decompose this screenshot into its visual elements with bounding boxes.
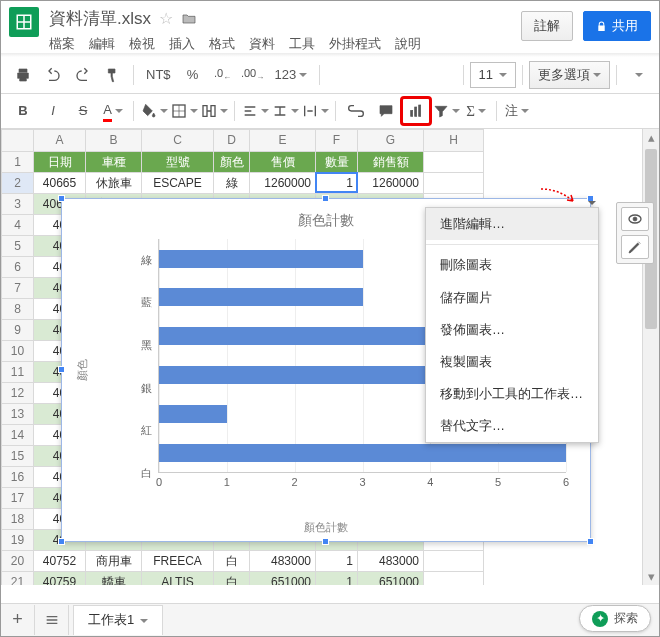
row-header-16[interactable]: 16 — [2, 467, 34, 488]
header-cell[interactable]: 銷售額 — [358, 152, 424, 173]
row-header-12[interactable]: 12 — [2, 383, 34, 404]
menu-6[interactable]: 工具 — [289, 35, 315, 53]
folder-icon[interactable] — [181, 11, 197, 27]
col-header-D[interactable]: D — [214, 130, 250, 152]
row-header-1[interactable]: 1 — [2, 152, 34, 173]
scroll-up-icon[interactable]: ▴ — [643, 129, 659, 146]
undo-icon[interactable] — [39, 62, 67, 88]
menu-5[interactable]: 資料 — [249, 35, 275, 53]
header-cell[interactable]: 顏色 — [214, 152, 250, 173]
cell[interactable]: ALTIS — [142, 572, 214, 586]
header-cell[interactable]: 售價 — [250, 152, 316, 173]
row-header-5[interactable]: 5 — [2, 236, 34, 257]
functions-button[interactable]: Σ — [462, 98, 490, 124]
redo-icon[interactable] — [69, 62, 97, 88]
col-header-C[interactable]: C — [142, 130, 214, 152]
text-color-button[interactable]: A — [99, 98, 127, 124]
row-header-7[interactable]: 7 — [2, 278, 34, 299]
paint-format-icon[interactable] — [99, 62, 127, 88]
col-header-F[interactable]: F — [316, 130, 358, 152]
cell[interactable]: 綠 — [214, 173, 250, 194]
star-icon[interactable]: ☆ — [159, 8, 173, 30]
row-header-14[interactable]: 14 — [2, 425, 34, 446]
add-sheet-button[interactable]: + — [1, 605, 35, 635]
cell[interactable]: 651000 — [250, 572, 316, 586]
insert-chart-button[interactable] — [402, 98, 430, 124]
row-header-18[interactable]: 18 — [2, 509, 34, 530]
cell[interactable]: 483000 — [250, 551, 316, 572]
menu-4[interactable]: 格式 — [209, 35, 235, 53]
explore-button[interactable]: ✦ 探索 — [579, 605, 651, 632]
row-header-21[interactable]: 21 — [2, 572, 34, 586]
cell[interactable]: 商用車 — [86, 551, 142, 572]
header-cell[interactable]: 車種 — [86, 152, 142, 173]
share-button[interactable]: 共用 — [583, 11, 651, 41]
font-size-select[interactable]: 11 — [470, 62, 516, 88]
row-header-15[interactable]: 15 — [2, 446, 34, 467]
row-header-9[interactable]: 9 — [2, 320, 34, 341]
menu-item[interactable]: 複製圖表 — [426, 346, 598, 378]
cell[interactable]: 40752 — [34, 551, 86, 572]
cell[interactable]: 1 — [316, 572, 358, 586]
menu-item[interactable]: 儲存圖片 — [426, 282, 598, 314]
menu-item[interactable]: 刪除圖表 — [426, 249, 598, 281]
strike-button[interactable]: S — [69, 98, 97, 124]
sheet-tab[interactable]: 工作表1 — [73, 605, 163, 634]
menu-7[interactable]: 外掛程式 — [329, 35, 381, 53]
row-header-2[interactable]: 2 — [2, 173, 34, 194]
cell[interactable]: 1260000 — [250, 173, 316, 194]
percent-button[interactable]: % — [179, 62, 207, 88]
cell[interactable]: ESCAPE — [142, 173, 214, 194]
increase-decimals-button[interactable]: .00→ — [239, 62, 267, 88]
document-title[interactable]: 資料清單.xlsx — [49, 7, 151, 31]
cell[interactable]: 483000 — [358, 551, 424, 572]
col-header-E[interactable]: E — [250, 130, 316, 152]
menu-0[interactable]: 檔案 — [49, 35, 75, 53]
col-header-H[interactable]: H — [424, 130, 484, 152]
number-format-dropdown[interactable]: 123 — [269, 62, 314, 88]
row-header-11[interactable]: 11 — [2, 362, 34, 383]
row-header-8[interactable]: 8 — [2, 299, 34, 320]
toolbar-overflow[interactable] — [623, 62, 651, 88]
col-header-B[interactable]: B — [86, 130, 142, 152]
cell[interactable]: 白 — [214, 572, 250, 586]
spreadsheet-grid[interactable]: ABCDEFGH1日期車種型號顏色售價數量銷售額240665休旅車ESCAPE綠… — [1, 129, 659, 585]
menu-item[interactable]: 替代文字… — [426, 410, 598, 442]
wrap-button[interactable] — [301, 98, 329, 124]
note-button[interactable]: 注 — [503, 98, 531, 124]
menu-item[interactable]: 發佈圖表… — [426, 314, 598, 346]
vertical-scrollbar[interactable]: ▴ ▾ — [642, 129, 659, 585]
chart-edit-icon[interactable] — [621, 235, 649, 259]
italic-button[interactable]: I — [39, 98, 67, 124]
row-header-6[interactable]: 6 — [2, 257, 34, 278]
menu-3[interactable]: 插入 — [169, 35, 195, 53]
sheets-logo[interactable] — [9, 7, 39, 37]
link-button[interactable] — [342, 98, 370, 124]
header-cell[interactable]: 數量 — [316, 152, 358, 173]
cell[interactable]: 1 — [316, 551, 358, 572]
cell[interactable]: FREECA — [142, 551, 214, 572]
scroll-down-icon[interactable]: ▾ — [643, 568, 659, 585]
cell[interactable]: 651000 — [358, 572, 424, 586]
cell[interactable]: 40759 — [34, 572, 86, 586]
menu-item[interactable]: 進階編輯… — [426, 208, 598, 240]
row-header-17[interactable]: 17 — [2, 488, 34, 509]
bold-button[interactable]: B — [9, 98, 37, 124]
row-header-10[interactable]: 10 — [2, 341, 34, 362]
row-header-13[interactable]: 13 — [2, 404, 34, 425]
print-icon[interactable] — [9, 62, 37, 88]
chart-view-icon[interactable] — [621, 207, 649, 231]
more-options-button[interactable]: 更多選項 — [529, 61, 610, 89]
filter-button[interactable] — [432, 98, 460, 124]
valign-button[interactable] — [271, 98, 299, 124]
row-header-4[interactable]: 4 — [2, 215, 34, 236]
chart-menu-trigger[interactable] — [585, 197, 599, 211]
currency-button[interactable]: NT$ — [140, 62, 177, 88]
row-header-19[interactable]: 19 — [2, 530, 34, 551]
cell[interactable]: 1260000 — [358, 173, 424, 194]
all-sheets-button[interactable] — [35, 605, 69, 635]
comment-button[interactable]: 註解 — [521, 11, 573, 41]
menu-2[interactable]: 檢視 — [129, 35, 155, 53]
cell[interactable]: 轎車 — [86, 572, 142, 586]
merge-button[interactable] — [200, 98, 228, 124]
